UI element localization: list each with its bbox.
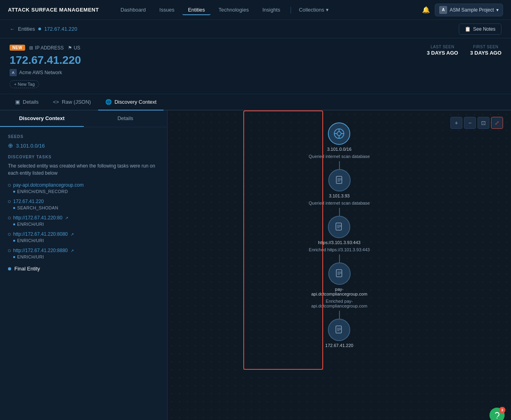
final-entity-label: Final Entity (14, 266, 40, 272)
flow-node-1: 3.101.3.93 (328, 169, 351, 198)
new-tag-button[interactable]: + New Tag (10, 80, 39, 88)
node-3-circle[interactable] (328, 262, 351, 285)
flag-icon: ⚑ (68, 45, 72, 51)
task-bullet-5 (13, 256, 15, 258)
node-2-circle[interactable] (328, 216, 350, 238)
edge-label-3: Enriched https://3.101.3.93:443 (309, 247, 370, 252)
task-method-1: ENRICH/DNS_RECORD (8, 189, 159, 194)
entity-header-inner: NEW ⊞ IP ADDRESS ⚑ US 172.67.41.220 A Ac… (10, 45, 501, 88)
edge-label-4: Enriched pay-api.dotcompliancegroup.com (300, 299, 379, 308)
task-group-3: http://172.67.41.220:80 ↗ ENRICH/URI (8, 215, 159, 227)
discovery-description: The selected entity was created when the… (8, 162, 159, 177)
external-link-icon-5: ↗ (71, 248, 74, 253)
help-badge-count: 3 (499, 407, 505, 413)
help-badge[interactable]: 3 (489, 408, 505, 420)
see-notes-button[interactable]: 📋 See Notes (459, 24, 501, 35)
task-group-4: http://172.67.41.220:8080 ↗ ENRICH/URI (8, 231, 159, 243)
panel-tabs: Discovery Context Details (0, 110, 167, 127)
flow-node-3: pay-api.dotcompliancegroup.com (308, 262, 371, 296)
entity-org: A Acme AWS Network (10, 69, 81, 76)
nav-issues[interactable]: Issues (154, 4, 180, 15)
final-entity: Final Entity (8, 266, 159, 272)
last-seen: LAST SEEN 3 DAYS AGO (427, 45, 458, 56)
bell-icon[interactable]: 🔔 (422, 6, 430, 14)
task-method-4: ENRICH/URI (8, 238, 159, 243)
entity-meta: LAST SEEN 3 DAYS AGO FIRST SEEN 3 DAYS A… (427, 45, 501, 56)
external-link-icon: ↗ (65, 216, 68, 220)
graph-controls: + − ⊡ ⤢ (450, 117, 503, 129)
node-4-circle[interactable] (328, 319, 350, 341)
task-link-5[interactable]: http://172.67.41.220:8880 ↗ (13, 248, 74, 253)
tab-raw-json[interactable]: <> Raw (JSON) (46, 94, 98, 110)
network-icon: ⊕ (8, 142, 13, 149)
flow-arrow-1 (339, 161, 340, 169)
nav-divider: | (290, 6, 292, 14)
flow-arrow-3 (339, 254, 340, 262)
notes-icon: 📋 (465, 26, 471, 32)
entity-meta-row: LAST SEEN 3 DAYS AGO FIRST SEEN 3 DAYS A… (427, 45, 501, 56)
topnav-right: 🔔 A ASM Sample Project ▾ (422, 4, 503, 16)
badge-flag: ⚑ US (68, 45, 81, 51)
svg-point-22 (497, 418, 497, 418)
task-dot-4 (8, 233, 11, 236)
entity-info: NEW ⊞ IP ADDRESS ⚑ US 172.67.41.220 A Ac… (10, 45, 81, 88)
breadcrumb-parent[interactable]: Entities (18, 26, 35, 32)
left-panel: Discovery Context Details SEEDS ⊕ 3.101.… (0, 110, 168, 420)
node-3-label: pay-api.dotcompliancegroup.com (308, 287, 371, 296)
zoom-out-icon: − (468, 120, 472, 126)
zoom-in-button[interactable]: + (450, 117, 462, 129)
nav-entities[interactable]: Entities (182, 4, 211, 15)
fit-button[interactable]: ⊡ (477, 117, 489, 129)
task-link-3[interactable]: http://172.67.41.220:80 ↗ (13, 215, 68, 221)
globe-icon: 🌐 (105, 99, 112, 105)
task-link-1[interactable]: pay-api.dotcompliancegroup.com (13, 182, 84, 188)
task-method-5: ENRICH/URI (8, 254, 159, 259)
task-dot-3 (8, 217, 11, 219)
fit-icon: ⊡ (481, 120, 486, 126)
discovery-tasks-label: DISCOVERY TASKS (8, 155, 159, 159)
task-link-4[interactable]: http://172.67.41.220:8080 ↗ (13, 231, 74, 237)
nav-dashboard[interactable]: Dashboard (115, 4, 152, 15)
task-link-2[interactable]: 172.67.41.220 (13, 199, 44, 204)
panel-tab-discovery[interactable]: Discovery Context (0, 110, 84, 127)
seed-node-circle[interactable] (328, 122, 350, 145)
main-content: Discovery Context Details SEEDS ⊕ 3.101.… (0, 110, 511, 420)
nav-links: Dashboard Issues Entities Technologies I… (115, 4, 422, 15)
right-panel: + − ⊡ ⤢ (168, 110, 511, 420)
external-link-icon-4: ↗ (71, 232, 74, 237)
zoom-in-icon: + (455, 120, 458, 126)
chevron-down-icon: ▾ (326, 7, 329, 13)
node-1-label: 3.101.3.93 (329, 193, 350, 198)
app-brand: ATTACK SURFACE MANAGEMENT (8, 7, 99, 13)
task-group-2: 172.67.41.220 SEARCH_SHODAN (8, 199, 159, 210)
breadcrumb-back[interactable]: ← (10, 26, 15, 32)
nav-insights[interactable]: Insights (257, 4, 286, 15)
flow-arrow-2 (339, 208, 340, 216)
edge-label-1: Queried internet scan database (309, 154, 370, 159)
breadcrumb-current: 172.67.41.220 (44, 26, 77, 32)
expand-icon: ⤢ (495, 120, 499, 126)
panel-body: SEEDS ⊕ 3.101.0.0/16 DISCOVERY TASKS The… (0, 127, 167, 279)
entity-badges: NEW ⊞ IP ADDRESS ⚑ US (10, 45, 81, 51)
node-1-circle[interactable] (328, 169, 351, 191)
expand-button[interactable]: ⤢ (491, 117, 503, 129)
badge-new: NEW (10, 45, 25, 51)
task-host-5: http://172.67.41.220:8880 ↗ (8, 248, 159, 253)
task-bullet-2 (13, 207, 15, 209)
tab-discovery-context[interactable]: 🌐 Discovery Context (98, 94, 164, 110)
zoom-out-button[interactable]: − (464, 117, 476, 129)
project-selector[interactable]: A ASM Sample Project ▾ (435, 4, 503, 16)
seed-item[interactable]: ⊕ 3.101.0.0/16 (8, 142, 159, 149)
top-navigation: ATTACK SURFACE MANAGEMENT Dashboard Issu… (0, 0, 511, 20)
tab-details[interactable]: ▣ Details (8, 94, 46, 110)
panel-tab-details[interactable]: Details (84, 110, 168, 127)
flow-node-2: https://3.101.3.93:443 (318, 216, 360, 245)
task-group-5: http://172.67.41.220:8880 ↗ ENRICH/URI (8, 248, 159, 259)
tabs-bar: ▣ Details <> Raw (JSON) 🌐 Discovery Cont… (0, 94, 511, 110)
chevron-down-icon: ▾ (496, 7, 499, 13)
nav-collections[interactable]: Collections ▾ (296, 5, 332, 14)
details-icon: ▣ (15, 99, 20, 105)
task-host-4: http://172.67.41.220:8080 ↗ (8, 231, 159, 237)
nav-technologies[interactable]: Technologies (213, 4, 255, 15)
project-avatar: A (439, 6, 447, 14)
